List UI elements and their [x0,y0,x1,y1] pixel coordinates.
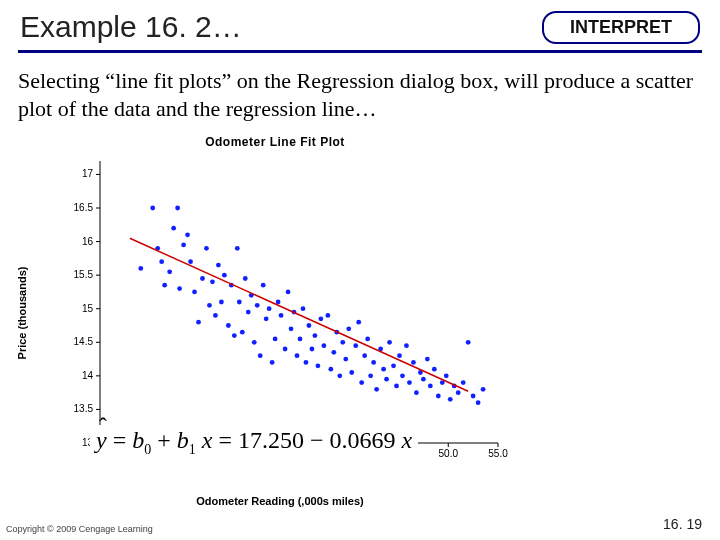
svg-point-65 [240,330,245,335]
svg-text:17: 17 [82,168,94,179]
svg-point-90 [316,363,321,368]
svg-point-45 [175,206,180,211]
svg-point-100 [346,326,351,331]
svg-text:15: 15 [82,303,94,314]
svg-text:16.5: 16.5 [74,202,94,213]
svg-point-129 [444,373,449,378]
slide-number: 16. 19 [663,516,702,532]
svg-point-66 [243,276,248,281]
svg-point-54 [207,303,212,308]
svg-point-91 [318,316,323,321]
regression-equation: y = b0 + b1 x = 17.250 − 0.0669 x [90,425,418,460]
svg-text:50.0: 50.0 [439,448,459,459]
svg-text:14.5: 14.5 [74,336,94,347]
svg-point-119 [407,380,412,385]
svg-point-111 [381,367,386,372]
svg-point-120 [411,360,416,365]
svg-point-104 [359,380,364,385]
svg-point-86 [304,360,309,365]
title-rule [18,50,702,53]
svg-point-124 [425,357,430,362]
svg-point-78 [279,313,284,318]
svg-text:15.5: 15.5 [74,269,94,280]
svg-point-38 [138,266,143,271]
svg-point-58 [219,300,224,305]
page-title: Example 16. 2… [20,10,242,44]
svg-point-118 [404,343,409,348]
svg-point-49 [188,259,193,264]
svg-point-115 [394,384,399,389]
svg-point-88 [310,347,315,352]
svg-point-64 [237,300,242,305]
svg-point-50 [192,290,197,295]
svg-point-59 [222,273,227,278]
svg-point-137 [481,387,486,392]
svg-point-74 [267,306,272,311]
svg-point-102 [353,343,358,348]
copyright-text: Copyright © 2009 Cengage Learning [6,524,153,534]
svg-point-121 [414,390,419,395]
svg-point-87 [307,323,312,328]
svg-point-135 [471,394,476,399]
svg-point-84 [298,337,303,342]
svg-point-79 [283,347,288,352]
svg-point-60 [226,323,231,328]
svg-point-116 [397,353,402,358]
svg-point-95 [331,350,336,355]
svg-point-76 [273,337,278,342]
svg-point-81 [289,326,294,331]
svg-point-80 [286,290,291,295]
svg-point-108 [371,360,376,365]
svg-point-47 [181,243,186,248]
svg-point-97 [337,373,342,378]
svg-point-93 [325,313,330,318]
svg-point-46 [177,286,182,291]
svg-point-130 [448,397,453,402]
svg-point-57 [216,263,221,268]
svg-point-117 [400,373,405,378]
svg-point-48 [185,232,190,237]
svg-point-105 [362,353,367,358]
svg-point-56 [213,313,218,318]
svg-point-109 [374,387,379,392]
interpret-badge: INTERPRET [542,11,700,44]
y-axis-label: Price (thousands) [16,267,28,360]
svg-point-55 [210,279,215,284]
svg-point-114 [391,363,396,368]
chart-title: Odometer Line Fit Plot [40,135,510,149]
svg-point-106 [365,337,370,342]
svg-point-69 [252,340,257,345]
svg-point-75 [270,360,275,365]
svg-point-71 [258,353,263,358]
svg-point-67 [246,310,251,315]
svg-point-113 [387,340,392,345]
svg-point-44 [171,226,176,231]
svg-point-126 [432,367,437,372]
svg-point-42 [162,283,167,288]
svg-text:16: 16 [82,236,94,247]
svg-point-99 [343,357,348,362]
svg-point-39 [150,206,155,211]
svg-point-72 [261,283,266,288]
svg-point-107 [368,373,373,378]
svg-point-98 [340,340,345,345]
svg-point-125 [428,384,433,389]
svg-point-134 [466,340,471,345]
svg-point-127 [436,394,441,399]
svg-point-101 [349,370,354,375]
svg-point-133 [461,380,466,385]
svg-text:13.5: 13.5 [74,403,94,414]
svg-point-112 [384,377,389,382]
svg-point-136 [476,400,481,405]
svg-point-62 [232,333,237,338]
svg-point-63 [235,246,240,251]
svg-point-41 [159,259,164,264]
svg-point-51 [196,320,201,325]
svg-point-73 [264,316,269,321]
svg-point-132 [456,390,461,395]
svg-point-53 [204,246,209,251]
svg-point-103 [356,320,361,325]
svg-text:55.0: 55.0 [488,448,508,459]
svg-line-138 [130,238,468,391]
svg-point-83 [295,353,300,358]
